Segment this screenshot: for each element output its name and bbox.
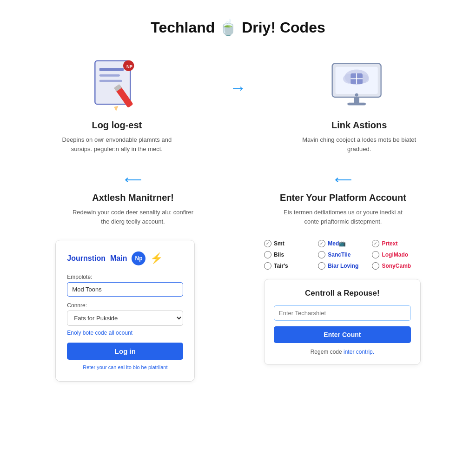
- mid-left-desc: Redewin your code deer senality alu: con…: [68, 208, 198, 226]
- platform-item-sonycamb: SonyCamb: [372, 262, 420, 270]
- page-wrapper: Techland 🍵 Driy! Codes NP: [0, 0, 476, 476]
- login-card-header: Journstion Main Np ⚡: [67, 251, 183, 265]
- platform-item-smt: ✓ Smt: [264, 240, 312, 247]
- check-sonycamb: [372, 262, 379, 270]
- check-prtext: ✓: [372, 240, 379, 247]
- svg-text:NP: NP: [126, 64, 132, 69]
- right-icon-block: Link Astions Mavin ching cooject a lodes…: [294, 60, 424, 153]
- platform-item-biis: Biis: [264, 251, 312, 258]
- top-right-desc: Mavin ching cooject a lodes mots be biat…: [294, 135, 424, 153]
- monitor-icon: [327, 60, 392, 111]
- platform-name-prtext: Prtext: [382, 240, 397, 247]
- top-section: NP Log log-est Deepins on owr envondable…: [28, 60, 448, 153]
- email-label: Empolote:: [67, 274, 183, 280]
- login-card: Journstion Main Np ⚡ Empolote: Connre: F…: [55, 240, 195, 382]
- right-panel: ✓ Smt ✓ Med📺 ✓ Prtext Biis: [264, 240, 421, 365]
- control-input[interactable]: [274, 305, 411, 321]
- check-biis: [264, 251, 271, 258]
- page-title: Techland 🍵 Driy! Codes: [28, 19, 448, 36]
- platform-name-biarloving: Biar Loving: [328, 263, 358, 269]
- platform-name-logimado: LogiMado: [382, 251, 408, 258]
- top-left-desc: Deepins on owr envondable plamnts and su…: [52, 135, 182, 153]
- platform-item-sanctile: SancTile: [318, 251, 366, 258]
- platform-grid: ✓ Smt ✓ Med📺 ✓ Prtext Biis: [264, 240, 421, 270]
- control-card-title: Centroll a Repouse!: [274, 289, 411, 298]
- svg-rect-18: [347, 102, 366, 105]
- platform-item-med: ✓ Med📺: [318, 240, 366, 247]
- bottom-section: Journstion Main Np ⚡ Empolote: Connre: F…: [28, 240, 448, 382]
- enter-count-button[interactable]: Enter Count: [274, 326, 411, 343]
- platform-item-tairs: Tair's: [264, 262, 312, 270]
- platform-name-sonycamb: SonyCamb: [382, 263, 411, 269]
- check-med: ✓: [318, 240, 325, 247]
- login-footnote[interactable]: Reter your can eal ito bio he platrllant: [67, 364, 183, 370]
- logo-np-badge: Np: [132, 251, 145, 265]
- link-code-account[interactable]: Enoly bote code all ocount: [67, 330, 183, 336]
- platform-name-biis: Biis: [274, 251, 284, 258]
- svg-rect-3: [99, 79, 122, 82]
- check-sanctile: [318, 251, 325, 258]
- logo-y-icon: ⚡: [150, 252, 163, 264]
- country-label: Connre:: [67, 302, 183, 309]
- arrow-right: →: [230, 60, 246, 98]
- arrow-left-back-2: ⟵: [278, 172, 408, 187]
- arrow-left-back-1: ⟵: [68, 172, 198, 187]
- svg-rect-1: [99, 68, 124, 71]
- platform-name-sanctile: SancTile: [328, 251, 350, 258]
- control-footnote-link[interactable]: inter contrip.: [344, 349, 374, 355]
- platform-item-prtext: ✓ Prtext: [372, 240, 420, 247]
- mid-left-block: ⟵ Axtlesh Manitrner! Redewin your code d…: [68, 172, 198, 226]
- mid-left-title: Axtlesh Manitrner!: [68, 192, 198, 203]
- platform-item-logimado: LogiMado: [372, 251, 420, 258]
- mid-section: ⟵ Axtlesh Manitrner! Redewin your code d…: [28, 172, 448, 226]
- check-logimado: [372, 251, 379, 258]
- mid-right-title: Enter Your Platform Account: [278, 192, 408, 203]
- svg-rect-2: [99, 74, 120, 77]
- mid-right-block: ⟵ Enter Your Platform Account Eis termen…: [278, 172, 408, 226]
- check-biarloving: [318, 262, 325, 270]
- login-button[interactable]: Log in: [67, 343, 183, 360]
- svg-marker-7: [114, 106, 118, 111]
- platform-name-tairs: Tair's: [274, 263, 288, 269]
- mid-right-desc: Eis termen detliatiomes us or youre ined…: [278, 208, 408, 226]
- top-right-title: Link Astions: [331, 120, 387, 131]
- check-smt: ✓: [264, 240, 271, 247]
- platform-name-smt: Smt: [274, 240, 284, 247]
- country-select[interactable]: Fats for Pukside: [67, 311, 183, 326]
- left-icon-block: NP Log log-est Deepins on owr envondable…: [52, 60, 182, 153]
- control-footnote: Regem code inter contrip.: [274, 349, 411, 355]
- platform-name-med: Med📺: [328, 240, 346, 247]
- platform-item-biarloving: Biar Loving: [318, 262, 366, 270]
- svg-point-19: [355, 93, 358, 96]
- email-input[interactable]: [67, 282, 183, 297]
- login-logo-text: Journstion: [67, 254, 106, 263]
- login-main-text: Main: [110, 254, 127, 263]
- control-card: Centroll a Repouse! Enter Count Regem co…: [264, 279, 421, 365]
- check-tairs: [264, 262, 271, 270]
- pencil-doc-icon: NP: [84, 60, 149, 111]
- top-left-title: Log log-est: [92, 120, 142, 131]
